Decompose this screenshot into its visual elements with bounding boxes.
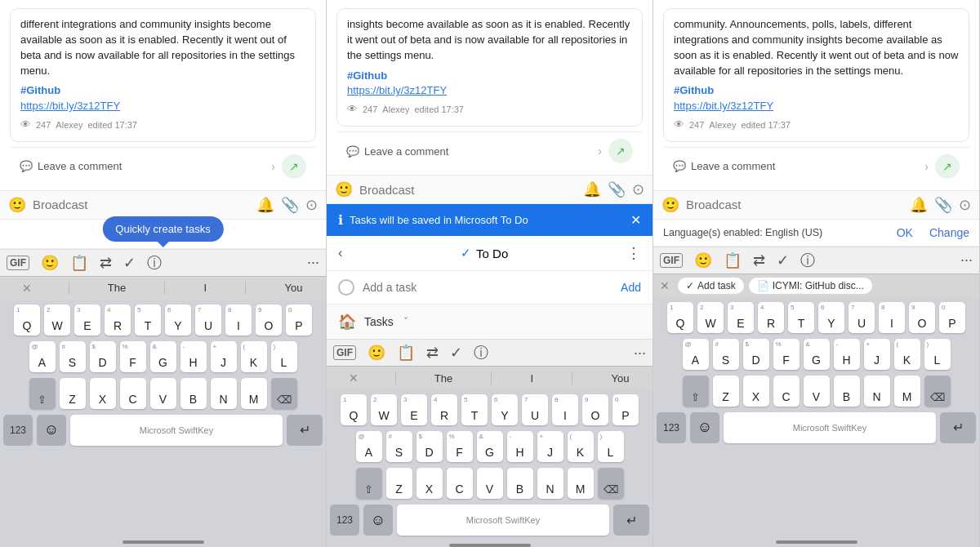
key-l-middle[interactable]: )L [598,431,624,462]
key-f-middle[interactable]: %F [447,431,473,462]
key-b-middle[interactable]: B [507,468,533,499]
key-p-right[interactable]: 0P [939,302,965,333]
paperclip-icon-middle[interactable]: 📎 [608,180,626,198]
key-i-middle[interactable]: 8I [552,394,578,425]
key-enter-left[interactable]: ↵ [287,415,323,446]
bell-icon-left[interactable]: 🔔 [256,196,274,214]
key-x-middle[interactable]: X [416,468,443,499]
chevron-down-icon[interactable]: ˅ [403,316,408,327]
suggestion-chip-1[interactable]: ✓ Add task [678,278,744,294]
key-q-left[interactable]: 1Q [14,305,40,336]
gif-icon-right[interactable]: GIF [660,253,683,268]
close-notification-btn[interactable]: ✕ [630,212,641,228]
key-z-right[interactable]: Z [713,376,739,407]
key-enter-middle[interactable]: ↵ [613,505,649,536]
key-b-left[interactable]: B [180,378,207,409]
key-l-right[interactable]: )L [924,339,951,370]
key-a-right[interactable]: @A [683,339,709,370]
key-c-right[interactable]: C [773,376,800,407]
key-x-left[interactable]: X [90,378,116,409]
key-t-right[interactable]: 5T [788,302,814,333]
camera-icon-middle[interactable]: ⊙ [632,180,644,198]
pred-word3-middle[interactable]: You [603,371,637,386]
ok-button[interactable]: OK [897,226,913,239]
key-a-middle[interactable]: @A [356,431,382,462]
translate-icon-right[interactable]: ⇄ [753,251,765,269]
suggestion-chip-2[interactable]: 📄 ICYMI: GitHub disc... [749,278,872,294]
sticker-icon-right[interactable]: 🙂 [694,251,712,269]
key-m-left[interactable]: M [241,378,267,409]
broadcast-input-left[interactable] [33,198,250,211]
checkmark-icon-left[interactable]: ✓ [123,254,136,272]
key-123-left[interactable]: 123 [3,415,33,446]
key-shift-right[interactable]: ⇧ [683,376,709,407]
key-backspace-right[interactable]: ⌫ [924,376,951,407]
key-v-left[interactable]: V [150,378,176,409]
key-shift-left[interactable]: ⇧ [29,378,56,409]
key-p-left[interactable]: 0P [286,305,312,336]
clipboard-icon-middle[interactable]: 📋 [397,344,415,362]
key-c-left[interactable]: C [120,378,146,409]
key-a-left[interactable]: @A [29,341,56,372]
key-j-middle[interactable]: +J [537,431,564,462]
key-g-left[interactable]: &G [150,341,176,372]
more-icon-middle[interactable]: ··· [634,345,646,362]
broadcast-input-right[interactable] [686,198,903,211]
more-icon-left[interactable]: ··· [307,254,319,271]
checkmark-icon-middle[interactable]: ✓ [450,344,462,362]
leave-comment-bar-left[interactable]: 💬 Leave a comment › ↗ [10,147,316,185]
camera-icon-left[interactable]: ⊙ [305,196,318,214]
info-icon-left[interactable]: ⓘ [147,253,162,273]
key-j-left[interactable]: +J [211,341,237,372]
key-d-left[interactable]: $D [90,341,116,372]
leave-comment-right-left[interactable]: 💬 Leave a comment [673,160,775,172]
gif-icon-middle[interactable]: GIF [333,345,356,360]
key-z-left[interactable]: Z [60,378,86,409]
key-p-middle[interactable]: 0P [612,394,639,425]
todo-dots-menu[interactable]: ⋮ [626,244,641,262]
pred-word2-left[interactable]: I [196,280,216,296]
pred-word2-middle[interactable]: I [523,371,542,386]
key-s-right[interactable]: #S [713,339,739,370]
key-space-right[interactable]: Microsoft SwiftKey [724,412,936,443]
share-btn-left[interactable]: ↗ [282,154,306,179]
emoji-icon-right[interactable]: 🙂 [662,196,679,214]
key-g-middle[interactable]: &G [477,431,503,462]
key-q-middle[interactable]: 1Q [341,394,367,425]
key-r-left[interactable]: 4R [105,305,131,336]
key-h-right[interactable]: -H [834,339,860,370]
leave-comment-middle-left[interactable]: 💬 Leave a comment [346,145,448,158]
key-v-right[interactable]: V [804,376,830,407]
key-w-middle[interactable]: 2W [371,394,397,425]
key-backspace-left[interactable]: ⌫ [271,378,297,409]
key-h-left[interactable]: -H [180,341,207,372]
key-r-middle[interactable]: 4R [431,394,457,425]
task-checkbox[interactable] [338,279,354,296]
key-n-middle[interactable]: N [537,468,564,499]
info-icon-middle[interactable]: ⓘ [474,343,488,362]
key-emoji-left[interactable]: ☺ [37,415,66,446]
key-z-middle[interactable]: Z [386,468,412,499]
key-123-middle[interactable]: 123 [330,505,359,536]
key-n-left[interactable]: N [211,378,237,409]
key-i-left[interactable]: 8I [225,305,252,336]
back-arrow-btn[interactable]: ‹ [338,246,342,260]
key-b-right[interactable]: B [834,376,860,407]
key-u-right[interactable]: 7U [849,302,875,333]
add-task-input[interactable] [363,281,612,294]
key-k-left[interactable]: (K [241,341,267,372]
key-space-middle[interactable]: Microsoft SwiftKey [397,505,609,536]
bell-icon-right[interactable]: 🔔 [910,196,928,214]
translate-icon-left[interactable]: ⇄ [100,254,112,272]
checkmark-icon-right[interactable]: ✓ [777,251,789,269]
key-y-right[interactable]: 6Y [818,302,844,333]
pred-word3-left[interactable]: You [276,280,310,296]
key-l-left[interactable]: )L [271,341,297,372]
key-y-left[interactable]: 6Y [165,305,191,336]
pred-word1-left[interactable]: The [100,280,134,296]
key-k-right[interactable]: (K [894,339,920,370]
key-f-left[interactable]: %F [120,341,146,372]
key-w-right[interactable]: 2W [697,302,724,333]
pred-word1-middle[interactable]: The [426,371,461,386]
sticker-icon-middle[interactable]: 🙂 [368,344,385,362]
